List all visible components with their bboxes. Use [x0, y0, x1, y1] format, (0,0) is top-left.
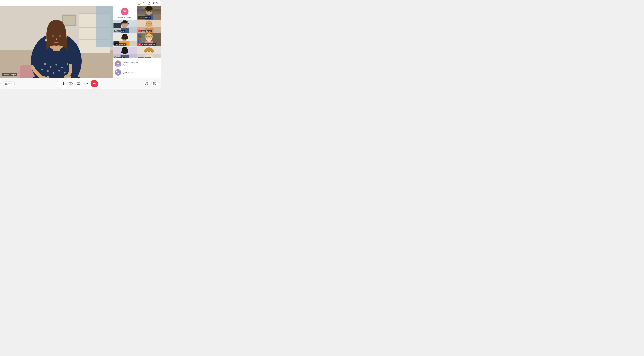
info-icon[interactable]: i — [138, 1, 141, 5]
main-speaker-label: Bessie Cooper — [2, 73, 18, 76]
top-bar: i 11:52 — [0, 0, 161, 6]
svg-rect-43 — [140, 6, 141, 8]
albert-name-label: Albert Flores — [114, 30, 125, 32]
participant-tile-billy[interactable]: Billy Dai — [113, 47, 137, 58]
participants-button[interactable] — [144, 80, 150, 87]
room-background — [0, 6, 112, 78]
svg-point-21 — [47, 70, 49, 72]
app-container: i 11:52 — [0, 0, 161, 89]
extra-participants-section: Cheyenne Kenter — [113, 58, 161, 78]
chat-icon — [153, 82, 156, 85]
svg-point-166 — [86, 83, 86, 84]
svg-point-57 — [150, 11, 151, 12]
minimize-icon[interactable] — [142, 1, 146, 5]
svg-rect-156 — [6, 83, 8, 84]
controls-right — [144, 80, 158, 87]
share-button[interactable] — [75, 80, 82, 87]
svg-point-126 — [145, 48, 148, 51]
cheyenne-extra-avatar — [115, 60, 121, 67]
cheyenne-mute-icon — [138, 43, 141, 45]
svg-rect-46 — [138, 9, 139, 11]
view-label: View — [8, 82, 12, 85]
svg-rect-61 — [114, 23, 121, 28]
self-name: Melody Enki (you) — [118, 16, 131, 18]
svg-point-17 — [50, 66, 52, 68]
cheyenne-name-label: Cheyenne Kenter — [142, 43, 156, 45]
chat-button[interactable] — [152, 80, 158, 87]
participant-tile-amy[interactable]: Amy Dokidis — [137, 20, 161, 33]
participant-tile-cheyenne[interactable]: Cheyenne Kenter — [137, 33, 161, 46]
view-grid-icon — [5, 83, 8, 85]
more-button[interactable] — [83, 80, 89, 87]
svg-rect-95 — [141, 34, 142, 38]
cheyenne-avatar-img — [115, 60, 121, 67]
svg-point-31 — [52, 35, 54, 37]
svg-point-167 — [87, 83, 88, 84]
svg-point-33 — [56, 38, 57, 40]
svg-rect-66 — [128, 23, 128, 24]
popout-icon[interactable] — [148, 1, 150, 5]
extra-participant-phone[interactable]: (345) ***-***5 — [113, 68, 161, 77]
end-call-button[interactable] — [90, 80, 98, 87]
cheyenne-extra-name: Cheyenne Kenter — [123, 62, 159, 64]
mic-button[interactable] — [60, 80, 66, 87]
participants-icon — [145, 82, 148, 85]
participant-tile-bessie[interactable]: Bessie Cooper — [113, 33, 137, 46]
svg-point-165 — [84, 83, 85, 84]
participants-grid: ME Melody Enki (you) — [113, 6, 161, 58]
svg-rect-96 — [142, 34, 144, 38]
controls-center — [57, 78, 101, 89]
hanna-name-label: Hanna Bergson — [138, 57, 151, 58]
phone-icon — [116, 71, 120, 74]
svg-point-25 — [42, 69, 43, 71]
amy-mute-icon — [138, 29, 141, 32]
self-avatar: ME — [121, 8, 128, 15]
svg-rect-47 — [139, 9, 141, 11]
svg-rect-93 — [138, 34, 139, 38]
phone-avatar — [115, 69, 121, 76]
svg-rect-157 — [5, 84, 6, 85]
more-icon — [84, 83, 88, 84]
billy-video — [113, 47, 137, 58]
participant-tile-josh[interactable]: Josh Anderson — [137, 6, 161, 19]
svg-point-127 — [150, 48, 153, 51]
billy-mute-icon — [114, 56, 116, 58]
clock-display: 11:52 — [153, 2, 158, 4]
control-bar: View — [0, 78, 161, 89]
cheyenne-extra-info: Cheyenne Kenter — [123, 62, 159, 66]
participant-tile-hanna[interactable]: Hanna Bergson — [137, 47, 161, 58]
view-button[interactable]: View — [3, 81, 14, 86]
main-area: Bessie Cooper ME Melody Enki (you) — [0, 6, 161, 78]
svg-point-171 — [147, 82, 148, 84]
participant-tile-albert[interactable]: Albert Flores — [113, 20, 137, 33]
camera-button[interactable] — [68, 80, 74, 87]
svg-point-23 — [58, 70, 60, 72]
svg-point-56 — [146, 11, 148, 12]
extra-participant-cheyenne[interactable]: Cheyenne Kenter — [113, 59, 161, 68]
end-call-icon — [92, 82, 96, 85]
svg-rect-159 — [63, 82, 64, 84]
svg-rect-152 — [116, 65, 120, 67]
svg-rect-48 — [141, 9, 142, 11]
svg-rect-44 — [141, 6, 142, 8]
svg-point-20 — [67, 63, 68, 65]
amy-name-label: Amy Dokidis — [142, 30, 152, 32]
svg-point-170 — [146, 82, 147, 84]
participant-tile-melody[interactable]: ME Melody Enki (you) — [113, 6, 137, 19]
svg-rect-97 — [138, 39, 139, 43]
svg-point-18 — [56, 64, 57, 66]
billy-name-label: Billy Dai — [117, 57, 125, 58]
svg-rect-98 — [139, 39, 141, 43]
svg-rect-42 — [138, 6, 140, 8]
svg-point-22 — [53, 72, 54, 74]
bessie-name-label: Bessie Cooper — [114, 43, 126, 45]
svg-rect-158 — [6, 84, 8, 85]
hanna-video — [137, 47, 161, 58]
share-screen-icon — [77, 82, 80, 85]
main-video-scene: Bessie Cooper — [0, 6, 112, 78]
svg-point-34 — [45, 39, 47, 41]
svg-rect-45 — [142, 6, 144, 8]
svg-point-16 — [44, 63, 46, 65]
svg-text:i: i — [139, 2, 139, 4]
svg-rect-9 — [96, 6, 113, 47]
